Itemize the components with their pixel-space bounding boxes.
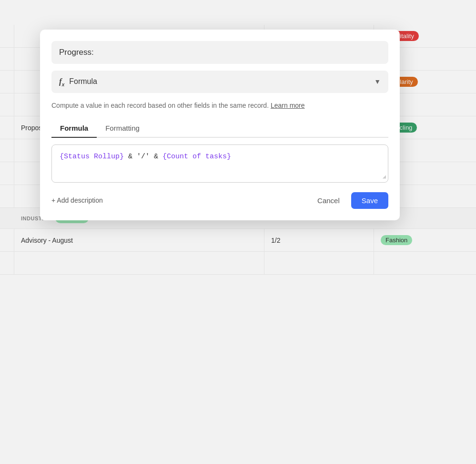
formula-part1: {Status Rollup}: [60, 153, 124, 161]
formula-part2: & '/' &: [124, 153, 162, 161]
type-dropdown-arrow[interactable]: ▼: [374, 78, 381, 85]
cancel-button[interactable]: Cancel: [311, 193, 346, 208]
modal-footer: + Add description Cancel Save: [51, 192, 388, 209]
tab-formula[interactable]: Formula: [51, 119, 97, 138]
formula-display[interactable]: {Status Rollup} & '/' & {Count of tasks}…: [51, 144, 388, 183]
formula-type-icon: fx: [59, 76, 64, 87]
resize-handle[interactable]: ◢: [383, 173, 386, 180]
add-description-button[interactable]: + Add description: [51, 196, 103, 204]
formula-part3: {Count of tasks}: [162, 153, 231, 161]
save-button[interactable]: Save: [351, 192, 388, 209]
type-selector[interactable]: fx Formula ▼: [51, 71, 388, 93]
footer-right: Cancel Save: [311, 192, 388, 209]
field-name-input[interactable]: [51, 41, 388, 64]
tabs-row: Formula Formatting: [51, 119, 388, 138]
type-label: Formula: [69, 77, 369, 86]
modal-panel: fx Formula ▼ Compute a value in each rec…: [40, 30, 400, 220]
description-text: Compute a value in each record based on …: [51, 101, 388, 111]
learn-more-link[interactable]: Learn more: [271, 102, 305, 109]
tab-formatting[interactable]: Formatting: [97, 119, 148, 138]
